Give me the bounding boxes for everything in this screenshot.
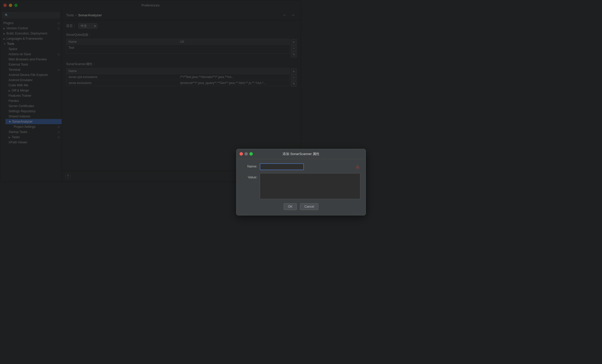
name-field-wrapper: ⚠: [260, 163, 301, 170]
modal-min-button[interactable]: [244, 152, 248, 156]
add-property-modal: 添加 SonarScanner 属性 Name: ⚠ Value: OK Can…: [236, 149, 301, 182]
modal-overlay[interactable]: 添加 SonarScanner 属性 Name: ⚠ Value: OK Can…: [0, 0, 301, 182]
name-label: Name:: [242, 163, 257, 168]
value-input[interactable]: [260, 173, 301, 182]
modal-body: Name: ⚠ Value: OK Cancel: [236, 159, 301, 182]
modal-titlebar: 添加 SonarScanner 属性: [236, 149, 301, 159]
name-input[interactable]: [260, 163, 301, 170]
modal-traffic-lights: [240, 152, 253, 156]
modal-close-button[interactable]: [240, 152, 243, 156]
value-form-row: Value:: [242, 173, 301, 182]
value-label: Value:: [242, 173, 257, 179]
modal-max-button[interactable]: [249, 152, 253, 156]
name-form-row: Name: ⚠: [242, 163, 301, 170]
